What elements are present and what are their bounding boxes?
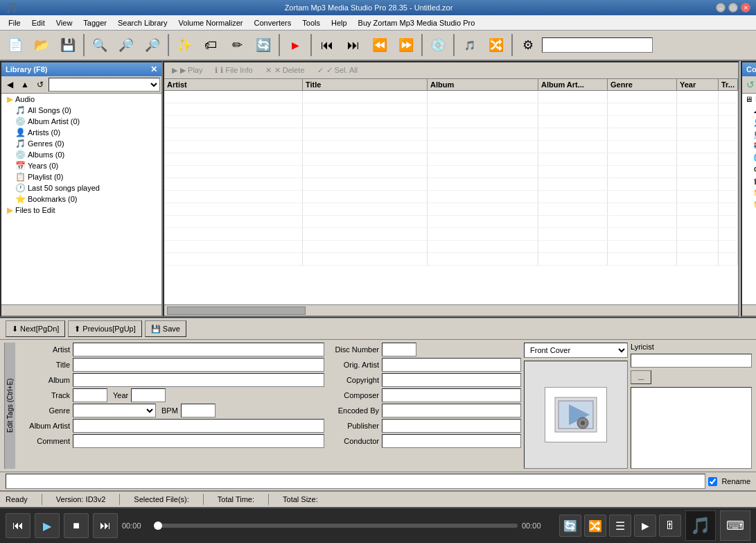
lyricist-input[interactable] [631, 354, 752, 368]
menu-buy[interactable]: Buy Zortam Mp3 Media Studio Pro [353, 17, 481, 28]
player-shuffle-button[interactable]: 🔀 [584, 515, 606, 537]
comp-item-zortam[interactable]: 📁 Zortam28 [742, 198, 756, 210]
convert-button[interactable]: 🔀 [484, 33, 509, 58]
col-title[interactable]: Title [303, 79, 428, 90]
comment-input[interactable] [73, 434, 324, 448]
tree-item-years[interactable]: 📅 Years (0) [1, 160, 161, 171]
menu-view[interactable]: View [51, 17, 78, 28]
player-repeat-button[interactable]: 🔄 [559, 515, 581, 537]
menu-edit[interactable]: Edit [26, 17, 51, 28]
play-button[interactable]: ▶ ▶ Play [167, 64, 207, 77]
tree-item-genres[interactable]: 🎵 Genres (0) [1, 138, 161, 149]
next-button-tb[interactable]: ⏭ [341, 33, 366, 58]
rename-checkbox[interactable] [708, 477, 717, 486]
library-search-select[interactable] [49, 78, 160, 92]
encoded-by-input[interactable] [382, 404, 521, 417]
tree-item-files-to-edit[interactable]: ▶ Files to Edit [1, 205, 161, 216]
comp-item-control-panel[interactable]: ⚙ Control Panel [742, 164, 756, 175]
comp-item-network[interactable]: 🌐 Network [742, 152, 756, 164]
player-play-button[interactable]: ▶ [35, 513, 60, 538]
tree-item-playlist[interactable]: 📋 Playlist (0) [1, 171, 161, 182]
title-input[interactable] [73, 358, 324, 372]
prev-button[interactable]: ⏮ [315, 33, 340, 58]
previous-button[interactable]: ⬆ Previous[PgUp] [68, 320, 141, 337]
tree-item-bookmarks[interactable]: ⭐ Bookmarks (0) [1, 193, 161, 205]
track-horizontal-scrollbar[interactable] [164, 304, 738, 316]
settings-button[interactable]: ⚙ [516, 33, 540, 58]
computer-scrollbar[interactable] [742, 304, 756, 316]
bpm-input[interactable] [181, 404, 216, 417]
menu-volume-normalizer[interactable]: Volume Normalizer [173, 17, 249, 28]
youtube-button[interactable]: ▶ [283, 33, 308, 58]
player-progress-bar[interactable] [154, 524, 518, 528]
computer-go-button[interactable]: ↺ [744, 78, 756, 92]
maximize-button[interactable]: □ [728, 3, 738, 12]
find-button[interactable]: 🔎 [140, 33, 165, 58]
album-artist-input[interactable] [73, 419, 324, 433]
wand-button[interactable]: ✨ [172, 33, 197, 58]
delete-button[interactable]: ✕ ✕ Delete [261, 64, 310, 77]
mp3-button[interactable]: 🎵 [457, 33, 482, 58]
menu-search-library[interactable]: Search Library [112, 17, 173, 28]
publisher-input[interactable] [382, 419, 521, 433]
player-keyboard-button[interactable]: ⌨ [720, 510, 750, 541]
comp-item-thispc[interactable]: 💻 This PC [742, 128, 756, 140]
player-prev-button[interactable]: ⏮ [6, 513, 30, 538]
col-artist[interactable]: Artist [164, 79, 303, 90]
forward-button[interactable]: ⏩ [394, 33, 419, 58]
tree-item-last50[interactable]: 🕐 Last 50 songs played [1, 182, 161, 193]
menu-tagger[interactable]: Tagger [78, 17, 112, 28]
conductor-input[interactable] [382, 434, 521, 448]
progress-thumb[interactable] [154, 522, 162, 530]
tree-item-album-artist[interactable]: 💿 Album Artist (0) [1, 116, 161, 127]
menu-help[interactable]: Help [326, 17, 353, 28]
new-button[interactable]: 📄 [3, 33, 28, 58]
col-album-art[interactable]: Album Art... [538, 79, 608, 90]
open-button[interactable]: 📂 [29, 33, 54, 58]
scrollbar-thumb[interactable] [167, 307, 306, 315]
edit-button[interactable]: ✏ [225, 33, 249, 58]
refresh-button[interactable]: 🔄 [251, 33, 276, 58]
burn-button[interactable]: 💿 [425, 33, 450, 58]
toolbar-search-input[interactable] [542, 37, 653, 53]
comp-item-recycle-bin[interactable]: 🗑 Recycle Bin [742, 175, 756, 187]
disc-number-input[interactable] [382, 343, 416, 356]
col-track[interactable]: Tr... [719, 79, 738, 90]
menu-converters[interactable]: Converters [248, 17, 297, 28]
rename-input[interactable] [6, 474, 705, 489]
library-nav-up[interactable]: ▲ [18, 78, 32, 92]
tree-item-audio[interactable]: ▶ Audio [1, 94, 161, 105]
player-stop-button[interactable]: ■ [64, 513, 89, 538]
player-equalizer-button[interactable]: 🎚 [659, 515, 681, 537]
album-input[interactable] [73, 373, 324, 387]
col-year[interactable]: Year [677, 79, 719, 90]
lyricist-textarea[interactable] [631, 387, 752, 469]
menu-file[interactable]: File [3, 17, 26, 28]
next-button[interactable]: ⬇ Next[PgDn] [6, 320, 65, 337]
comp-item-adobe[interactable]: 📁 AdobeAcrobatProDC2020 [742, 187, 756, 198]
file-info-button[interactable]: ℹ ℹ File Info [210, 64, 257, 77]
sel-all-button[interactable]: ✓ ✓ Sel. All [313, 64, 363, 77]
comp-item-libraries[interactable]: 📚 Libraries [742, 140, 756, 152]
comp-item-onedrive[interactable]: ☁ OneDrive [742, 105, 756, 117]
tree-item-all-songs[interactable]: 🎵 All Songs (0) [1, 105, 161, 116]
cover-image-area[interactable] [524, 361, 628, 469]
zoom-in-button[interactable]: 🔎 [114, 33, 139, 58]
player-video-button[interactable]: ▶ [634, 515, 656, 537]
track-input[interactable] [73, 388, 107, 402]
save-button[interactable]: 💾 [55, 33, 80, 58]
player-next-button[interactable]: ⏭ [93, 513, 118, 538]
col-genre[interactable]: Genre [608, 79, 677, 90]
lyricist-browse-button[interactable]: ... [631, 370, 651, 384]
search-button[interactable]: 🔍 [87, 33, 112, 58]
player-playlist-button[interactable]: ☰ [609, 515, 631, 537]
orig-artist-input[interactable] [382, 358, 521, 372]
tree-item-albums[interactable]: 💿 Albums (0) [1, 149, 161, 160]
artist-input[interactable] [73, 343, 324, 356]
tag-button[interactable]: 🏷 [198, 33, 223, 58]
minimize-button[interactable]: – [716, 3, 726, 12]
rewind-button[interactable]: ⏪ [367, 33, 392, 58]
close-button[interactable]: ✕ [741, 3, 750, 12]
year-input[interactable] [131, 388, 166, 402]
library-close-button[interactable]: ✕ [150, 64, 157, 74]
